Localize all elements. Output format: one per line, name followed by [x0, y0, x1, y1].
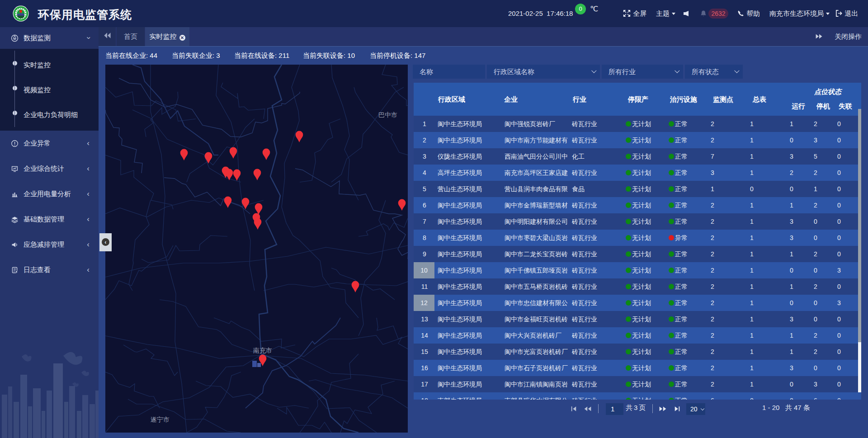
svg-text:南充市: 南充市 [253, 347, 272, 354]
svg-text:遂宁市: 遂宁市 [151, 416, 170, 423]
svg-text:巴中市: 巴中市 [378, 111, 397, 118]
